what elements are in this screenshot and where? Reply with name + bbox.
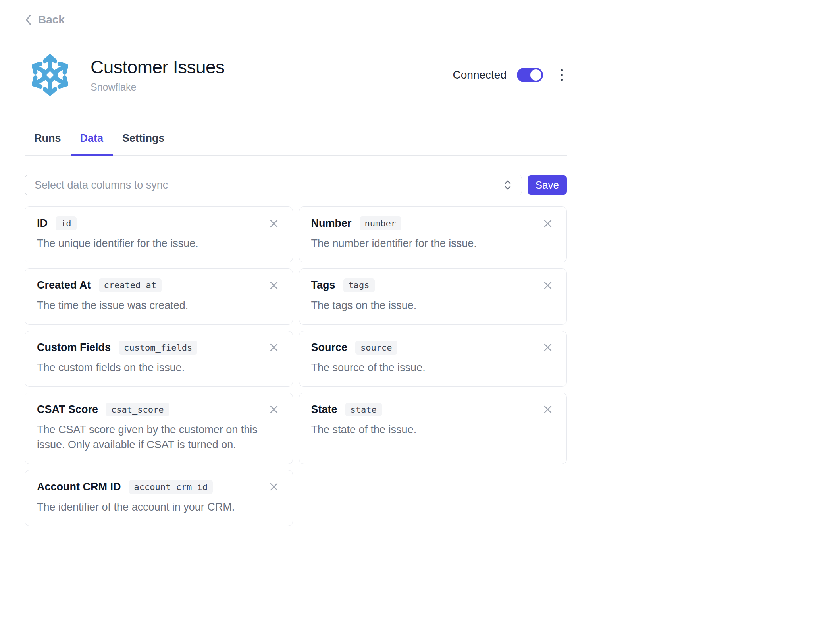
tab-bar: Runs Data Settings — [25, 132, 567, 156]
column-code-badge: created_at — [99, 278, 162, 292]
column-code-badge: custom_fields — [119, 341, 197, 355]
column-card-tags: Tags tags The tags on the issue. — [299, 268, 567, 324]
column-name: Account CRM ID — [37, 481, 121, 493]
column-card-state: State state The state of the issue. — [299, 393, 567, 464]
header-controls: Connected — [453, 66, 567, 84]
column-code-badge: id — [56, 216, 77, 230]
column-description: The state of the issue. — [311, 422, 549, 437]
column-description: The number identifier for the issue. — [311, 236, 549, 251]
column-code-badge: csat_score — [106, 403, 169, 416]
close-icon — [269, 342, 279, 353]
kebab-dot — [561, 74, 563, 76]
select-caret-icon — [503, 179, 512, 191]
remove-column-button[interactable] — [541, 341, 555, 354]
tab-runs[interactable]: Runs — [25, 132, 71, 156]
column-name: Source — [311, 341, 348, 354]
snowflake-logo-icon — [25, 50, 75, 100]
close-icon — [543, 280, 553, 291]
data-columns-select[interactable]: Select data columns to sync — [25, 175, 522, 195]
column-name: State — [311, 403, 337, 416]
chevron-left-icon — [25, 14, 32, 26]
remove-column-button[interactable] — [541, 217, 555, 230]
column-name: Created At — [37, 279, 91, 291]
column-code-badge: source — [355, 341, 397, 355]
column-description: The tags on the issue. — [311, 298, 549, 313]
integration-header: Customer Issues Snowflake Connected — [25, 50, 567, 100]
column-name: Tags — [311, 279, 335, 291]
close-icon — [269, 482, 279, 492]
connected-toggle[interactable] — [517, 68, 543, 82]
column-card-account-crm-id: Account CRM ID account_crm_id The identi… — [25, 470, 293, 526]
column-card-id: ID id The unique identifier for the issu… — [25, 206, 293, 262]
remove-column-button[interactable] — [267, 279, 281, 292]
remove-column-button[interactable] — [267, 403, 281, 416]
column-description: The identifier of the account in your CR… — [37, 499, 275, 515]
close-icon — [543, 342, 553, 353]
column-card-source: Source source The source of the issue. — [299, 331, 567, 387]
remove-column-button[interactable] — [267, 217, 281, 230]
close-icon — [269, 218, 279, 229]
column-code-badge: number — [360, 216, 401, 230]
kebab-menu-button[interactable] — [557, 66, 567, 84]
page-title: Customer Issues — [91, 57, 225, 77]
column-name: Number — [311, 217, 352, 229]
close-icon — [543, 218, 553, 229]
column-description: The CSAT score given by the customer on … — [37, 422, 275, 453]
column-description: The source of the issue. — [311, 360, 549, 375]
column-name: ID — [37, 217, 48, 229]
remove-column-button[interactable] — [541, 403, 555, 416]
column-card-created-at: Created At created_at The time the issue… — [25, 268, 293, 324]
column-code-badge: tags — [343, 278, 375, 292]
column-card-custom-fields: Custom Fields custom_fields The custom f… — [25, 331, 293, 387]
column-description: The time the issue was created. — [37, 298, 275, 313]
close-icon — [269, 280, 279, 291]
kebab-dot — [561, 79, 563, 81]
close-icon — [269, 404, 279, 415]
back-label: Back — [38, 13, 65, 26]
column-cards-grid: ID id The unique identifier for the issu… — [25, 206, 567, 526]
column-name: Custom Fields — [37, 341, 111, 354]
column-card-number: Number number The number identifier for … — [299, 206, 567, 262]
toggle-knob — [530, 69, 541, 81]
remove-column-button[interactable] — [267, 480, 281, 494]
column-description: The custom fields on the issue. — [37, 360, 275, 375]
save-button[interactable]: Save — [528, 175, 567, 195]
column-card-csat-score: CSAT Score csat_score The CSAT score giv… — [25, 393, 293, 464]
page-subtitle: Snowflake — [91, 81, 225, 93]
tab-data[interactable]: Data — [71, 132, 113, 156]
title-block: Customer Issues Snowflake — [91, 57, 225, 93]
column-code-badge: state — [345, 403, 382, 416]
back-button[interactable]: Back — [25, 13, 65, 26]
column-name: CSAT Score — [37, 403, 98, 416]
page-content: Back Customer Issues Snowflake Connected — [0, 0, 567, 550]
kebab-dot — [561, 69, 563, 71]
close-icon — [543, 404, 553, 415]
connection-status-label: Connected — [453, 69, 507, 81]
column-description: The unique identifier for the issue. — [37, 236, 275, 251]
select-placeholder: Select data columns to sync — [35, 179, 168, 191]
sync-controls: Select data columns to sync Save — [25, 175, 567, 195]
tab-settings[interactable]: Settings — [113, 132, 174, 156]
remove-column-button[interactable] — [541, 279, 555, 292]
remove-column-button[interactable] — [267, 341, 281, 354]
column-code-badge: account_crm_id — [129, 480, 213, 494]
